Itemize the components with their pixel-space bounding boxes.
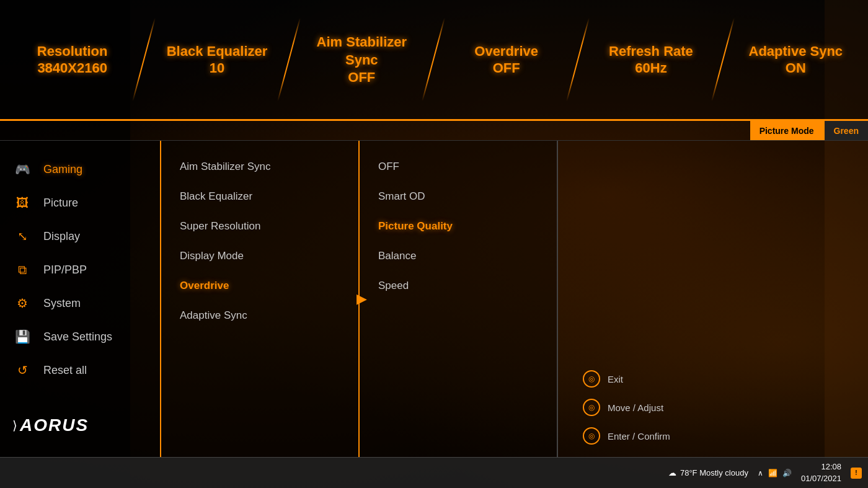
top-bar-label-3: Overdrive [474,43,538,61]
control-hint-1: ◎ Move / Adjust [583,399,849,416]
control-label-1: Move / Adjust [608,402,663,413]
weather-icon: ☁ [668,468,676,477]
chevron-up-icon: ∧ [758,469,763,477]
sidebar-label-4: System [43,297,81,310]
control-hint-2: ◎ Enter / Confirm [583,427,849,445]
top-bar-value-5: ON [786,60,806,76]
controls-area: ◎ Exit ◎ Move / Adjust ◎ Enter / Confirm [558,141,868,457]
top-bar-value-3: OFF [493,60,520,76]
right-item-picture-quality[interactable]: Picture Quality [360,213,557,240]
top-bar-value-4: 60Hz [635,60,666,76]
right-options-panel: OFFSmart ODPicture QualityBalanceSpeed [360,141,558,457]
mid-item-black-equalizer[interactable]: Black Equalizer [161,183,358,210]
sidebar-item-reset-all[interactable]: ↺ Reset all [0,354,160,386]
weather-text: 78°F Mostly cloudy [680,468,748,477]
sidebar-item-display[interactable]: ⤡ Display [0,220,160,252]
volume-icon: 🔊 [782,469,792,477]
sidebar-item-picture[interactable]: 🖼 Picture [0,187,160,219]
osd-overlay: Resolution 3840X2160 Black Equalizer 10 … [0,0,868,488]
wifi-icon: 📶 [768,469,777,477]
mid-item-aim-stabilizer-sync[interactable]: Aim Stabilizer Sync [161,153,358,180]
sidebar-label-1: Picture [43,197,78,210]
sidebar-icon-4: ⚙ [12,293,32,313]
mid-arrow-icon: ▶ [356,291,367,307]
top-bar-item-3: Overdrive OFF [434,0,578,119]
sidebar-icon-5: 💾 [12,327,32,347]
sidebar-label-5: Save Settings [43,331,112,344]
sidebar-item-pip/pbp[interactable]: ⧉ PIP/PBP [0,254,160,286]
brand-chevron-icon: ⟩ [12,418,17,433]
top-bar-label-4: Refresh Rate [609,43,693,61]
top-bar-value-2: OFF [348,69,375,86]
sidebar-icon-0: 🎮 [12,159,32,179]
top-bar-item-2: Aim Stabilizer Sync OFF [290,0,434,119]
control-label-2: Enter / Confirm [608,431,670,441]
brand-area: ⟩ AORUS [0,406,160,445]
picture-mode-label: Picture Mode [750,121,823,140]
picture-mode-bar: Picture Mode Green [0,121,868,141]
mid-item-display-mode[interactable]: Display Mode [161,242,358,270]
picture-mode-value: Green [823,121,868,140]
taskbar-weather: ☁ 78°F Mostly cloudy [668,468,748,477]
sidebar-label-0: Gaming [43,163,82,176]
sidebar-icon-2: ⤡ [12,226,32,246]
top-bar-label-1: Black Equalizer [167,43,268,61]
right-item-speed[interactable]: Speed [360,272,557,299]
taskbar-system-icons: ∧ 📶 🔊 [758,469,792,477]
menu-area: 🎮 Gaming 🖼 Picture ⤡ Display ⧉ PIP/PBP ⚙… [0,141,868,457]
clock-date: 01/07/2021 [801,473,841,484]
sidebar-icon-1: 🖼 [12,193,32,213]
top-bar-item-4: Refresh Rate 60Hz [578,0,723,119]
sidebar-label-6: Reset all [43,364,87,377]
notification-badge: ! [851,468,862,479]
control-label-0: Exit [608,374,623,384]
sidebar-label-3: PIP/PBP [43,264,87,277]
right-item-off[interactable]: OFF [360,153,557,180]
right-item-smart-od[interactable]: Smart OD [360,183,557,210]
top-bar-label-2: Aim Stabilizer Sync [299,33,425,69]
control-icon-1: ◎ [583,399,600,416]
sidebar: 🎮 Gaming 🖼 Picture ⤡ Display ⧉ PIP/PBP ⚙… [0,141,161,457]
sidebar-icon-6: ↺ [12,360,32,380]
right-item-balance[interactable]: Balance [360,242,557,270]
sidebar-label-2: Display [43,230,80,243]
control-icon-0: ◎ [583,370,600,388]
sidebar-item-system[interactable]: ⚙ System [0,287,160,319]
sidebar-item-gaming[interactable]: 🎮 Gaming [0,153,160,185]
brand-name: AORUS [20,415,89,435]
top-bar-label-0: Resolution [37,43,108,61]
top-bar-value-1: 10 [210,60,224,76]
mid-item-super-resolution[interactable]: Super Resolution [161,213,358,240]
control-hint-0: ◎ Exit [583,370,849,388]
control-icon-2: ◎ [583,427,600,445]
taskbar-clock: 12:08 01/07/2021 [801,461,841,484]
clock-time: 12:08 [801,461,841,472]
top-status-bar: Resolution 3840X2160 Black Equalizer 10 … [0,0,868,121]
top-bar-item-5: Adaptive Sync ON [724,0,868,119]
mid-menu-panel: Aim Stabilizer SyncBlack EqualizerSuper … [161,141,360,457]
mid-item-adaptive-sync[interactable]: Adaptive Sync [161,302,358,329]
top-bar-item-0: Resolution 3840X2160 [0,0,144,119]
top-bar-item-1: Black Equalizer 10 [144,0,289,119]
sidebar-item-save-settings[interactable]: 💾 Save Settings [0,321,160,353]
taskbar: ☁ 78°F Mostly cloudy ∧ 📶 🔊 12:08 01/07/2… [0,457,868,488]
top-bar-label-5: Adaptive Sync [749,43,843,61]
top-bar-value-0: 3840X2160 [37,60,107,76]
sidebar-icon-3: ⧉ [12,260,32,280]
mid-item-overdrive[interactable]: Overdrive [161,272,358,299]
